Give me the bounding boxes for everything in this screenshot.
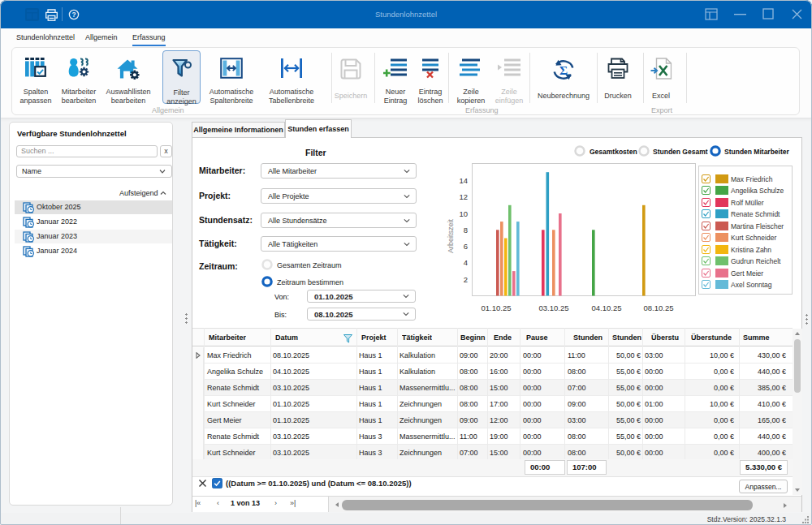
svg-text:14: 14 — [459, 176, 468, 185]
svg-text:Σ: Σ — [559, 63, 568, 77]
svg-text:2: 2 — [464, 275, 468, 284]
svg-text:01.10.25: 01.10.25 — [482, 303, 512, 312]
svg-text:6: 6 — [464, 242, 468, 251]
svg-text:8: 8 — [464, 226, 468, 235]
svg-text:04.10.25: 04.10.25 — [592, 303, 622, 312]
svg-text:10: 10 — [459, 209, 468, 218]
svg-text:Arbeitszeit: Arbeitszeit — [447, 219, 455, 254]
svg-text:08.10.25: 08.10.25 — [644, 303, 674, 312]
svg-text:12: 12 — [459, 192, 468, 201]
svg-text:4: 4 — [464, 258, 468, 267]
svg-text:03.10.25: 03.10.25 — [539, 303, 569, 312]
